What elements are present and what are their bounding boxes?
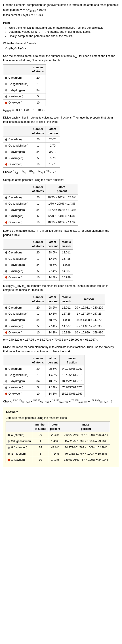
answer-table: numberof atoms atompercent masspercent C…	[5, 422, 110, 463]
element-dot	[5, 102, 7, 104]
table-row: C (carbon)2028.6%12.01120 × 12.011 = 240…	[3, 304, 105, 311]
count-atoms-intro: Use the chemical formula to count the nu…	[3, 54, 119, 62]
count-cell: 5	[30, 384, 46, 391]
element-dot	[5, 386, 7, 389]
percent-cell: 1.43%	[46, 311, 60, 317]
element-label: C (carbon)	[8, 251, 22, 254]
table-row: O (oxygen)1010/70 × 100% = 14.3%	[3, 219, 78, 226]
fraction-cell: 5/70	[46, 155, 60, 161]
fraction-cell: 240.220/661.767	[60, 366, 85, 372]
element-label: H (hydrogen)	[8, 208, 25, 212]
table-row: O (oxygen)1014.3%15.99910 × 15.999 = 159…	[3, 330, 105, 336]
count-cell: 5	[30, 323, 46, 330]
element-cell: Gd (gadolinium)	[3, 200, 30, 207]
mass-fractions-intro: Divide the mass for each element by m to…	[3, 345, 119, 354]
element-cell: Gd (gadolinium)	[3, 311, 30, 317]
col-element-header	[3, 64, 30, 75]
count-cell: 10	[30, 330, 46, 336]
mass-percent-cell: 70.035/661.767 × 100% = 10.58%	[62, 450, 110, 457]
element-cell: H (hydrogen)	[3, 317, 30, 323]
element-dot	[7, 453, 10, 455]
element-dot	[5, 380, 7, 382]
element-label: N (nitrogen)	[8, 214, 23, 218]
ans-col-pct: atompercent	[48, 422, 62, 432]
element-dot	[5, 276, 7, 278]
plan-step-2: Determine values for N_i, m_i, N_atoms, …	[8, 30, 119, 34]
element-cell: H (hydrogen)	[3, 207, 30, 213]
element-dot	[5, 332, 7, 334]
element-label: H (hydrogen)	[8, 89, 25, 92]
count-cell: 34	[30, 149, 46, 155]
element-dot	[7, 440, 10, 442]
table-row: H (hydrogen)3448.6%1.00834 × 1.008 = 34.…	[3, 317, 105, 323]
percent-cell: 28.6%	[46, 366, 60, 372]
element-dot	[5, 368, 7, 370]
count-cell: 34	[30, 378, 46, 384]
count-cell: 20	[30, 136, 46, 143]
count-cell: 5	[33, 450, 48, 457]
percent-cell: 5/70 × 100% = 7.14%	[46, 213, 78, 219]
percent-cell: 48.6%	[46, 378, 60, 384]
element-label: C (carbon)	[11, 433, 24, 436]
element-dot	[5, 313, 7, 315]
percent-cell: 14.3%	[46, 390, 60, 397]
chemical-formula-section: Write the chemical formula: C20H34GdN5O1…	[3, 42, 119, 51]
fraction-cell: 10/70	[46, 161, 60, 168]
element-dot	[5, 258, 7, 260]
element-label: C (carbon)	[8, 138, 22, 141]
element-label: Gd (gadolinium)	[8, 202, 28, 205]
mass-cell: 12.011	[60, 304, 73, 311]
element-cell: N (nitrogen)	[3, 384, 30, 391]
fraction-cell: 34.272/661.767	[60, 378, 85, 384]
element-label: H (hydrogen)	[8, 263, 25, 266]
table-row: Gd (gadolinium)11.43%157.25/661.767 × 10…	[6, 438, 110, 444]
element-cell: O (oxygen)	[3, 219, 30, 226]
count-cell: 5	[30, 94, 46, 100]
percent-cell: 48.6%	[46, 262, 60, 268]
count-cell: 5	[30, 268, 46, 274]
count-cell: 10	[30, 219, 46, 226]
table-row: N (nitrogen)57.14%14.0075 × 14.007 = 70.…	[3, 323, 105, 330]
table-row: N (nitrogen)57.14%70.035/661.767	[3, 384, 85, 391]
plan-title: Plan:	[3, 21, 119, 25]
mass-cell: 14.007	[60, 268, 73, 274]
count-cell: 34	[30, 317, 46, 323]
element-dot	[5, 325, 7, 328]
element-label: O (oxygen)	[8, 392, 22, 395]
percent-cell: 28.6%	[46, 250, 60, 256]
table-row: Gd (gadolinium)1	[3, 81, 46, 87]
element-label: O (oxygen)	[8, 221, 22, 224]
am-col-el	[3, 239, 30, 250]
count-cell: 34	[33, 444, 48, 450]
atom-percents-intro: Compute atom percents using the atom fra…	[3, 178, 119, 182]
ans-col-count: numberof atoms	[33, 422, 48, 432]
mass-cell: 157.25	[60, 256, 73, 262]
element-label: Gd (gadolinium)	[11, 440, 31, 443]
total-cell: 5 × 14.007 = 70.035	[73, 323, 105, 330]
table-row: N (nitrogen)55/70	[3, 155, 60, 161]
af-col-frac: atomfraction	[46, 126, 60, 136]
mass-cell: 1.008	[60, 317, 73, 323]
element-label: N (nitrogen)	[8, 270, 23, 273]
element-dot	[5, 264, 7, 266]
percent-cell: 1.43%	[46, 256, 60, 262]
mass-percent-cell: 159.990/661.767 × 100% = 24.18%	[62, 457, 110, 463]
fraction-cell: 157.25/661.767	[60, 372, 85, 378]
table-row: Gd (gadolinium)11/70 × 100% = 1.43%	[3, 200, 78, 207]
total-cell: 20 × 12.011 = 240.220	[73, 304, 105, 311]
element-cell: N (nitrogen)	[3, 213, 30, 219]
table-row: C (carbon)2020/70 × 100% = 28.6%	[3, 194, 78, 201]
fraction-cell: 20/70	[46, 136, 60, 143]
mf-col-el	[3, 356, 30, 366]
count-cell: 1	[30, 143, 46, 149]
answer-title: Answer:	[5, 410, 117, 414]
total-cell: 1 × 157.25 = 157.25	[73, 311, 105, 317]
atomic-mass-intro: Look up the atomic mass, m_i, in unified…	[3, 229, 119, 237]
percent-cell: 7.14%	[48, 450, 62, 457]
element-cell: H (hydrogen)	[3, 149, 30, 155]
mass-cell: 15.999	[60, 274, 73, 280]
count-cell: 34	[30, 87, 46, 94]
table-row: C (carbon)20	[3, 75, 46, 81]
percent-cell: 28.6%	[46, 304, 60, 311]
element-cell: Gd (gadolinium)	[3, 372, 30, 378]
